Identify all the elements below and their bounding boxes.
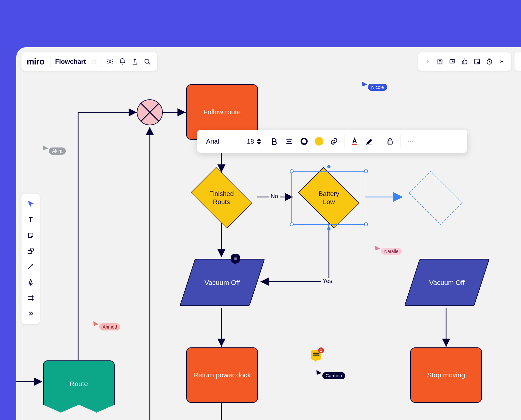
svg-rect-1 bbox=[352, 144, 357, 145]
divider bbox=[50, 56, 50, 67]
more-button[interactable] bbox=[403, 134, 418, 149]
shape-label: Stop moving bbox=[427, 371, 465, 379]
header-left: miro Flowchart ☆ bbox=[21, 52, 157, 71]
tool-line[interactable] bbox=[23, 259, 38, 274]
size-down-icon[interactable] bbox=[257, 142, 261, 145]
bell-icon[interactable] bbox=[116, 55, 129, 68]
export-icon[interactable] bbox=[129, 55, 141, 68]
header-right bbox=[418, 52, 521, 71]
user-cursor-nicole: Nicole bbox=[361, 81, 387, 91]
edge-label-no: No bbox=[269, 193, 280, 200]
size-up-icon[interactable] bbox=[257, 138, 261, 141]
tool-select[interactable] bbox=[23, 197, 38, 211]
shape-label: Route bbox=[70, 379, 88, 388]
text-color-button[interactable] bbox=[347, 134, 362, 149]
app-frame: Follow route Finished Routs Battery Low … bbox=[16, 47, 521, 420]
decision-finished-routes[interactable]: Finished Routs bbox=[186, 173, 257, 223]
shape-label: Follow route bbox=[204, 107, 241, 116]
comment-indicator[interactable]: ≡ bbox=[231, 254, 240, 263]
border-button[interactable] bbox=[297, 134, 312, 149]
font-size-control[interactable]: 18 bbox=[244, 130, 264, 153]
app-logo[interactable]: miro bbox=[25, 57, 48, 67]
color-swatch-icon bbox=[315, 137, 323, 146]
shape-label: Battery Low bbox=[293, 173, 365, 223]
svg-point-4 bbox=[408, 141, 409, 142]
font-picker[interactable]: Arial bbox=[200, 130, 244, 153]
decision-battery-low[interactable]: Battery Low bbox=[293, 173, 365, 223]
notes-icon[interactable] bbox=[434, 55, 446, 68]
user-cursor-akira: Akira bbox=[42, 145, 66, 155]
svg-rect-2 bbox=[367, 144, 372, 145]
svg-point-0 bbox=[302, 138, 307, 144]
edge-label-yes: Yes bbox=[321, 278, 334, 285]
board-name[interactable]: Flowchart bbox=[52, 58, 88, 65]
comment-badge[interactable]: 2 bbox=[311, 350, 321, 360]
svg-rect-3 bbox=[388, 141, 392, 144]
align-button[interactable] bbox=[282, 134, 297, 149]
tool-more[interactable] bbox=[23, 306, 38, 321]
shape-label: Finished Routs bbox=[186, 173, 257, 223]
link-button[interactable] bbox=[327, 134, 342, 149]
shape-label: Vacuum Off bbox=[204, 278, 240, 287]
tool-frame[interactable] bbox=[23, 291, 38, 305]
svg-point-5 bbox=[410, 141, 411, 142]
user-cursor-carmen: Carmen bbox=[316, 370, 345, 379]
io-vacuum-off-1[interactable]: Vacuum Off bbox=[179, 259, 265, 306]
tool-sticky[interactable] bbox=[23, 228, 38, 243]
user-cursor-ahmed: Ahmed bbox=[93, 321, 120, 330]
merge-junction[interactable] bbox=[137, 99, 163, 125]
comment-count: 2 bbox=[318, 347, 324, 353]
divider bbox=[102, 56, 102, 67]
fill-color-button[interactable] bbox=[312, 134, 327, 149]
shape-label: Return power dock bbox=[188, 371, 257, 379]
highlight-button[interactable] bbox=[362, 134, 377, 149]
terminator-route[interactable]: Route bbox=[43, 360, 115, 413]
present-icon[interactable] bbox=[446, 55, 458, 68]
context-toolbar: Arial 18 bbox=[197, 130, 467, 153]
search-icon[interactable] bbox=[141, 55, 153, 68]
ghost-shape-diamond[interactable] bbox=[409, 171, 463, 225]
comment-panel-icon[interactable] bbox=[471, 55, 483, 68]
svg-point-15 bbox=[30, 248, 34, 251]
chevron-right-icon[interactable] bbox=[421, 55, 434, 68]
svg-point-7 bbox=[109, 61, 111, 63]
shape-label: Vacuum Off bbox=[429, 278, 465, 287]
svg-point-6 bbox=[412, 141, 414, 142]
process-stop-moving[interactable]: Stop moving bbox=[410, 347, 482, 403]
lock-button[interactable] bbox=[383, 134, 398, 149]
thumbs-up-icon[interactable] bbox=[458, 55, 471, 68]
tool-shape[interactable] bbox=[23, 244, 38, 258]
process-return-dock[interactable]: Return power dock bbox=[186, 347, 258, 403]
tool-text[interactable] bbox=[23, 213, 38, 227]
canvas[interactable]: Follow route Finished Routs Battery Low … bbox=[16, 47, 521, 420]
timer-icon[interactable] bbox=[483, 55, 496, 68]
chevron-down-icon[interactable] bbox=[496, 55, 508, 68]
tool-pen[interactable] bbox=[23, 275, 38, 289]
svg-point-12 bbox=[478, 62, 479, 63]
star-icon[interactable]: ☆ bbox=[89, 58, 100, 65]
user-cursor-natalie: Natalie bbox=[374, 245, 402, 255]
settings-icon[interactable] bbox=[104, 55, 116, 68]
left-toolbar bbox=[21, 194, 40, 324]
svg-point-8 bbox=[145, 59, 149, 63]
io-vacuum-off-2[interactable]: Vacuum Off bbox=[404, 259, 489, 306]
bold-button[interactable] bbox=[267, 134, 282, 149]
